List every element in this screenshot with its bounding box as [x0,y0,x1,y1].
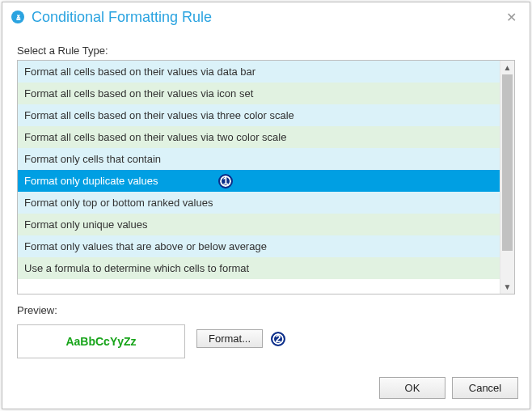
annotation-step-1: 1 [218,174,233,189]
rule-type-item-label: Use a formula to determine which cells t… [24,262,249,274]
rule-type-item[interactable]: Format all cells based on their values v… [18,83,500,104]
rule-type-item-label: Format only unique values [24,218,147,231]
cancel-button[interactable]: Cancel [452,377,518,399]
rule-type-item[interactable]: Format all cells based on their values v… [18,61,500,83]
rule-type-label: Select a Rule Type: [17,44,515,57]
rule-type-item-label: Format all cells based on their values v… [24,87,253,100]
rule-type-list-items: Format all cells based on their values v… [18,61,500,294]
rule-type-item[interactable]: Format only cells that contain [18,148,500,170]
preview-label: Preview: [17,304,515,316]
rule-type-item-label: Format all cells based on their values v… [24,109,294,121]
rule-type-item-label: Format only cells that contain [24,153,161,165]
rule-type-item[interactable]: Format only top or bottom ranked values [18,192,500,214]
scroll-track[interactable] [500,74,514,280]
rule-type-item[interactable]: Format only values that are above or bel… [18,235,500,257]
rule-type-item-label: Format only top or bottom ranked values [24,197,213,209]
preview-sample-text: AaBbCcYyZz [65,335,136,348]
rule-type-list: Format all cells based on their values v… [17,60,515,294]
annotation-step-2: 2 [271,332,285,346]
scrollbar[interactable]: ▲ ▼ [500,61,514,294]
dialog-footer: OK Cancel [379,377,518,399]
rule-type-item-label: Format only values that are above or bel… [24,240,267,252]
format-button[interactable]: Format... [196,329,263,348]
rule-type-item[interactable]: Format only unique values [18,214,500,235]
rule-type-item-label: Format all cells based on their values v… [24,66,255,78]
rule-type-item[interactable]: Format all cells based on their values v… [18,126,500,148]
scroll-down-icon[interactable]: ▼ [500,280,514,294]
app-icon: ⩮ [11,10,25,24]
scroll-thumb[interactable] [502,74,513,251]
preview-row: AaBbCcYyZz Format... 2 [17,324,515,358]
dialog-content: Select a Rule Type: Format all cells bas… [2,32,530,370]
rule-type-item[interactable]: Use a formula to determine which cells t… [18,257,500,279]
format-button-wrap: Format... 2 [196,329,285,348]
dialog-title: Conditional Formatting Rule [32,9,501,26]
rule-type-item-label: Format only duplicate values [24,175,158,187]
conditional-formatting-dialog: ⩮ Conditional Formatting Rule ✕ Select a… [2,2,530,409]
rule-type-item[interactable]: Format only duplicate values1 [18,170,500,192]
list-filler [18,279,500,294]
scroll-up-icon[interactable]: ▲ [500,61,514,74]
rule-type-item-label: Format all cells based on their values v… [24,131,286,143]
rule-type-item[interactable]: Format all cells based on their values v… [18,104,500,126]
ok-button[interactable]: OK [379,377,445,399]
titlebar: ⩮ Conditional Formatting Rule ✕ [2,2,530,32]
close-icon[interactable]: ✕ [501,6,521,28]
preview-box: AaBbCcYyZz [17,324,185,358]
